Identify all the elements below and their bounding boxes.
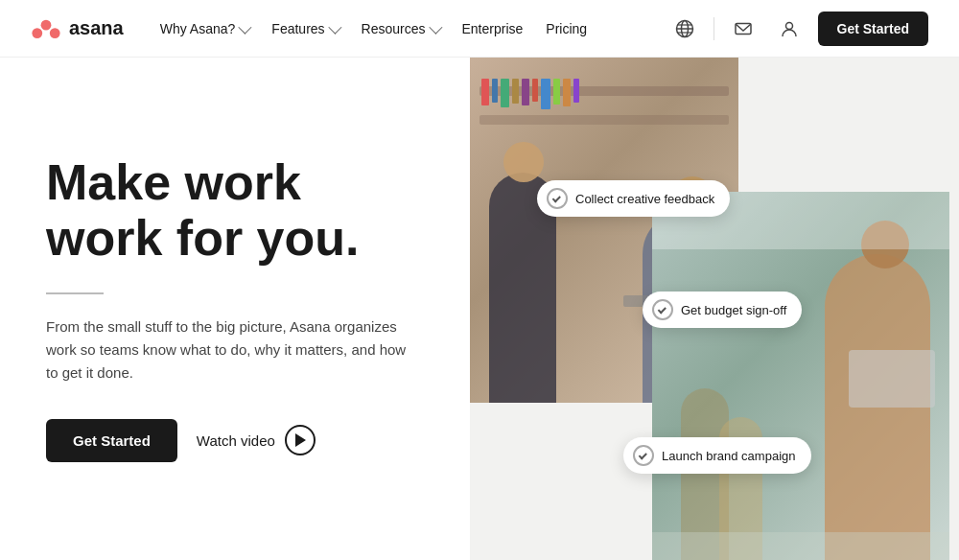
get-started-main-button[interactable]: Get Started [46,419,177,462]
navbar: asana Why Asana? Features Resources Ente… [0,0,959,58]
headline-divider [46,292,104,294]
cta-row: Get Started Watch video [46,419,424,462]
svg-point-1 [32,28,42,38]
logo[interactable]: asana [31,17,124,39]
svg-point-9 [785,22,792,29]
nav-right: Get Started [667,12,928,46]
logo-text: asana [69,17,124,39]
svg-point-2 [50,28,60,38]
nav-link-pricing[interactable]: Pricing [536,15,596,42]
mail-icon [734,19,753,38]
check-circle-icon-1 [547,188,568,209]
tooltip-badge-2: Get budget sign-off [643,292,802,328]
nav-links: Why Asana? Features Resources Enterprise… [151,15,596,42]
play-triangle [295,433,306,447]
nav-left: asana Why Asana? Features Resources Ente… [31,15,596,42]
check-circle-icon-2 [652,299,673,320]
language-button[interactable] [667,12,702,46]
globe-icon [675,19,694,38]
hero-headline: Make work work for you. [46,155,424,265]
mail-button[interactable] [726,12,760,46]
nav-link-features[interactable]: Features [262,15,347,42]
account-button[interactable] [772,12,807,46]
watch-video-button[interactable]: Watch video [197,425,316,455]
main-content: Make work work for you. From the small s… [0,58,959,560]
hero-image-right [652,192,949,560]
chevron-down-icon [328,20,341,34]
nav-link-enterprise[interactable]: Enterprise [453,15,533,42]
left-panel: Make work work for you. From the small s… [0,58,470,560]
right-panel: Collect creative feedback Get budget sig… [470,58,959,560]
logo-icon [31,19,61,38]
nav-link-why-asana[interactable]: Why Asana? [151,15,259,42]
hero-subtext: From the small stuff to the big picture,… [46,315,410,385]
play-icon [285,425,316,455]
divider [713,17,714,40]
tooltip-badge-3: Launch brand campaign [623,437,811,474]
svg-point-0 [41,19,52,30]
chevron-down-icon [239,20,252,34]
chevron-down-icon [429,20,442,34]
user-icon [780,19,799,38]
check-circle-icon-3 [633,445,654,466]
get-started-nav-button[interactable]: Get Started [818,12,928,46]
nav-link-resources[interactable]: Resources [352,15,449,42]
tooltip-badge-1: Collect creative feedback [537,180,730,217]
